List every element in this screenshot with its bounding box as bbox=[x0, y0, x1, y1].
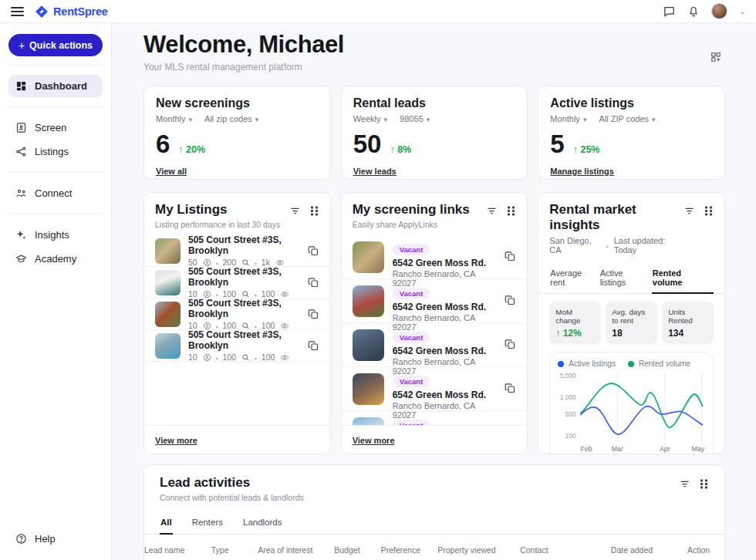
copy-applylink-icon[interactable] bbox=[505, 251, 516, 262]
sidebar-item-label: Screen bbox=[35, 122, 66, 133]
sidebar-item-insights[interactable]: Insights bbox=[8, 224, 103, 246]
sidebar-item-academy[interactable]: Academy bbox=[8, 248, 103, 270]
svg-text:Mar: Mar bbox=[612, 445, 623, 453]
svg-text:500: 500 bbox=[565, 410, 576, 418]
tab-active-listings[interactable]: Active listings bbox=[599, 264, 652, 293]
screen-icon bbox=[15, 122, 27, 133]
listing-row[interactable]: 505 Court Street #3S, Brooklyn 10 100 10… bbox=[144, 299, 330, 330]
messages-icon[interactable] bbox=[663, 5, 676, 18]
screenings-icon bbox=[202, 353, 211, 362]
zip-filter-dropdown[interactable]: 98055 bbox=[400, 114, 430, 123]
divider bbox=[7, 214, 104, 214]
tab-rented-volume[interactable]: Rented volume bbox=[652, 264, 714, 294]
column-header: Contact bbox=[520, 545, 611, 555]
period-filter-dropdown[interactable]: Weekly bbox=[353, 114, 387, 123]
copy-link-icon[interactable] bbox=[308, 309, 319, 320]
leads-search-icon bbox=[241, 353, 250, 362]
stat-cards-row: New screenings Monthly All zip codes 6 2… bbox=[143, 86, 725, 180]
property-thumbnail bbox=[353, 285, 384, 317]
screening-link-row[interactable]: Vacant 6542 Green Moss Rd. Rancho Bernar… bbox=[342, 279, 528, 323]
card-subtitle: Connect with potential leads & landlords bbox=[160, 493, 304, 502]
listing-address: 505 Court Street #3S, Brooklyn bbox=[188, 266, 300, 288]
svg-text:May: May bbox=[692, 445, 705, 453]
property-address: 6542 Green Moss Rd. bbox=[393, 346, 497, 356]
divider bbox=[7, 65, 104, 66]
rentspree-logo-icon bbox=[35, 5, 49, 19]
divider bbox=[7, 172, 104, 173]
sidebar-item-dashboard[interactable]: Dashboard bbox=[8, 75, 103, 97]
copy-link-icon[interactable] bbox=[308, 277, 319, 288]
property-thumbnail bbox=[155, 302, 181, 327]
page-title: Welcome, Michael bbox=[143, 31, 725, 59]
screening-link-row[interactable]: Vacant 6542 Green Moss Rd. Rancho Bernar… bbox=[342, 323, 528, 367]
sidebar-item-help[interactable]: Help bbox=[8, 528, 103, 550]
tab-all[interactable]: All bbox=[160, 514, 173, 535]
user-avatar[interactable] bbox=[711, 3, 727, 19]
property-address: 6542 Green Moss Rd. bbox=[393, 390, 497, 400]
legend-dot-green bbox=[628, 361, 634, 367]
sidebar-item-label: Academy bbox=[35, 253, 76, 265]
brand-name: RentSpree bbox=[53, 5, 108, 18]
stat-card-link[interactable]: View all bbox=[156, 167, 187, 176]
customize-widgets-icon[interactable] bbox=[710, 51, 722, 63]
menu-icon[interactable] bbox=[11, 7, 24, 16]
zip-filter-dropdown[interactable]: All ZIP codes bbox=[599, 114, 655, 123]
view-more-link[interactable]: View more bbox=[353, 436, 395, 445]
listings-icon bbox=[15, 146, 27, 157]
property-thumbnail bbox=[353, 241, 384, 273]
stat-card-title: Active listings bbox=[550, 96, 713, 110]
period-filter-dropdown[interactable]: Monthly bbox=[156, 114, 192, 123]
screenings-icon bbox=[202, 290, 211, 299]
account-chevron-down-icon[interactable]: ⌄ bbox=[739, 8, 745, 15]
tab-renters[interactable]: Renters bbox=[191, 514, 224, 534]
zip-filter-dropdown[interactable]: All zip codes bbox=[204, 114, 258, 123]
tab-average-rent[interactable]: Average rent bbox=[549, 264, 599, 293]
property-thumbnail bbox=[353, 329, 384, 361]
stat-box-units-rented: Units Rented 134 bbox=[662, 302, 714, 344]
divider bbox=[7, 106, 104, 107]
lead-tabs: All Renters Landlords bbox=[144, 514, 724, 535]
tab-landlords[interactable]: Landlords bbox=[242, 514, 283, 534]
listing-row[interactable]: 505 Court Street #3S, Brooklyn 10 100 10… bbox=[144, 330, 330, 362]
column-header: Preference bbox=[381, 545, 438, 555]
listing-address: 505 Court Street #3S, Brooklyn bbox=[188, 329, 300, 351]
drag-handle-icon[interactable] bbox=[309, 205, 319, 217]
stat-value: 6 bbox=[156, 130, 170, 159]
view-more-link[interactable]: View more bbox=[155, 436, 197, 445]
copy-applylink-icon[interactable] bbox=[505, 383, 516, 394]
copy-link-icon[interactable] bbox=[308, 245, 319, 257]
column-header: Property viewed bbox=[437, 545, 520, 555]
sidebar-item-connect[interactable]: Connect bbox=[8, 182, 103, 204]
drag-handle-icon[interactable] bbox=[704, 205, 714, 217]
filter-icon[interactable] bbox=[683, 205, 695, 217]
stat-card-link[interactable]: Manage listings bbox=[550, 167, 614, 176]
screening-link-row[interactable]: Vacant 6542 Green Moss Rd. Rancho Bernar… bbox=[342, 235, 528, 279]
copy-link-icon[interactable] bbox=[308, 340, 319, 352]
stat-value: 5 bbox=[550, 130, 564, 159]
sidebar-item-listings[interactable]: Listings bbox=[8, 140, 103, 163]
dashboard-icon bbox=[15, 80, 27, 92]
notifications-icon[interactable] bbox=[687, 5, 700, 18]
stat-card-link[interactable]: View leads bbox=[353, 167, 397, 176]
insights-location: San Diego, CA bbox=[549, 236, 601, 255]
series-rented-volume-line bbox=[581, 383, 703, 427]
my-listings-card: My Listings Listing performance in last … bbox=[143, 192, 331, 454]
copy-applylink-icon[interactable] bbox=[505, 295, 516, 306]
filter-icon[interactable] bbox=[289, 205, 301, 217]
quick-actions-button[interactable]: + Quick actions bbox=[8, 34, 103, 56]
sidebar-item-screen[interactable]: Screen bbox=[8, 116, 103, 139]
filter-icon[interactable] bbox=[679, 478, 690, 490]
drag-handle-icon[interactable] bbox=[506, 205, 516, 217]
filter-icon[interactable] bbox=[486, 205, 498, 217]
sidebar-item-label: Connect bbox=[35, 187, 72, 199]
listing-address: 505 Court Street #3S, Brooklyn bbox=[188, 235, 300, 256]
listing-row[interactable]: 505 Court Street #3S, Brooklyn 10 100 10… bbox=[144, 267, 330, 299]
property-thumbnail bbox=[353, 417, 384, 425]
brand-logo[interactable]: RentSpree bbox=[35, 5, 108, 19]
drag-handle-icon[interactable] bbox=[699, 478, 709, 490]
copy-applylink-icon[interactable] bbox=[505, 339, 516, 350]
views-eye-icon bbox=[279, 322, 289, 330]
period-filter-dropdown[interactable]: Monthly bbox=[550, 114, 586, 123]
screening-link-row[interactable]: Vacant 6542 Green Moss Rd. Rancho Bernar… bbox=[342, 367, 528, 411]
listing-row[interactable]: 505 Court Street #3S, Brooklyn 50 200 1k bbox=[144, 235, 330, 267]
